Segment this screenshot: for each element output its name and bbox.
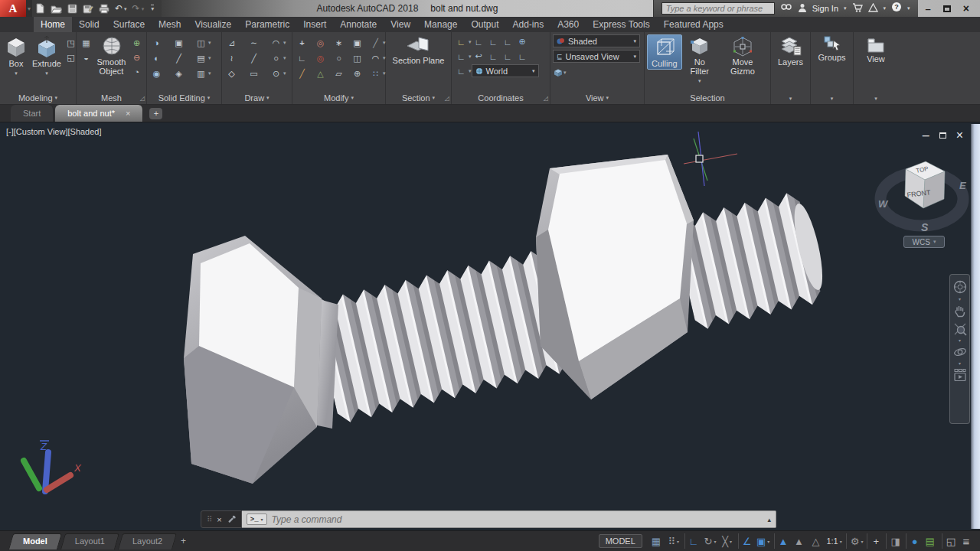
intersect-icon[interactable]: ◉ — [149, 67, 172, 80]
smooth-object-button[interactable]: Smooth Object — [93, 34, 129, 77]
circle-icon[interactable]: ○▾ — [269, 51, 291, 65]
tab-manage[interactable]: Manage — [417, 17, 464, 32]
customize-wrench-icon[interactable] — [227, 515, 236, 524]
ucs-zdir-icon[interactable]: ∟ — [501, 50, 515, 64]
slice-icon[interactable]: ╱ — [172, 51, 194, 65]
redo-icon[interactable]: ↷▾ — [132, 4, 145, 13]
annotation-scale-icon[interactable]: △ — [808, 533, 825, 549]
undo-icon[interactable]: ↶▾ — [115, 4, 127, 13]
3d-align-icon[interactable]: ∟ — [295, 51, 313, 65]
viewport-config-button[interactable]: ▾ — [553, 66, 567, 80]
viewcube-east-label[interactable]: E — [959, 180, 966, 191]
separate-icon[interactable]: ▥▾ — [194, 67, 216, 80]
smooth-refine-icon[interactable]: ◔ — [129, 66, 144, 78]
wcs-dropdown[interactable]: WCS▾ — [903, 236, 945, 248]
spline-fit-icon[interactable]: ∼ — [247, 36, 269, 50]
tab-surface[interactable]: Surface — [106, 17, 152, 32]
union-icon[interactable]: ◑ — [149, 36, 172, 50]
axis-icon[interactable]: △ — [313, 67, 332, 80]
help-caret-icon[interactable]: ▾ — [907, 5, 910, 11]
zoom-menu-caret-icon[interactable]: ▾ — [959, 338, 961, 343]
app-logo-icon[interactable]: A — [0, 0, 26, 17]
smooth-more-icon[interactable]: ⊕ — [129, 37, 144, 49]
isolate-objects-icon[interactable]: ◨ — [886, 533, 903, 549]
measure-icon[interactable]: ╱▾ — [368, 36, 387, 50]
scale-icon[interactable]: ▱ — [332, 67, 350, 80]
ucs-origin-icon[interactable]: ∟ — [501, 35, 515, 49]
file-tab-start[interactable]: Start — [11, 105, 54, 122]
brush-icon[interactable]: ╱ — [295, 67, 313, 80]
annotation-visibility-icon[interactable]: ▲ — [774, 533, 792, 549]
zoom-icon[interactable] — [952, 321, 968, 337]
new-layout-button[interactable]: + — [181, 536, 186, 546]
view-tools-expand[interactable]: ▾ — [874, 93, 877, 104]
layout-tab-layout2[interactable]: Layout2 — [120, 533, 175, 549]
navigation-wheel-icon[interactable] — [952, 279, 968, 295]
coordinates-launcher-icon[interactable]: ◿ — [544, 95, 548, 102]
signin-person-icon[interactable] — [798, 2, 807, 15]
ucs-world-icon[interactable]: ⊕ — [515, 35, 530, 49]
showmotion-icon[interactable] — [952, 367, 968, 383]
arc-icon[interactable]: ◠▾ — [269, 36, 291, 50]
draw-panel-label[interactable]: Draw▾ — [224, 92, 289, 104]
restore-button[interactable] — [943, 5, 951, 12]
mesh-launcher-icon[interactable]: ◿ — [140, 95, 145, 102]
tab-add-ins[interactable]: Add-ins — [506, 17, 551, 32]
drag-grip-icon[interactable]: ⠿ — [207, 515, 212, 523]
named-view-dropdown[interactable]: ⊑ Unsaved View ▾ — [553, 50, 640, 63]
solid-editing-panel-label[interactable]: Solid Editing▾ — [149, 92, 219, 104]
annotation-monitor-icon[interactable]: + — [867, 533, 884, 549]
wheel-menu-caret-icon[interactable]: ▾ — [959, 297, 961, 302]
tab-mesh[interactable]: Mesh — [152, 17, 188, 32]
signin-label[interactable]: Sign In — [812, 4, 838, 13]
layout-tab-model[interactable]: Model — [11, 533, 60, 549]
command-close-icon[interactable]: × — [217, 515, 221, 524]
tab-view[interactable]: View — [384, 17, 417, 32]
selection-panel-label[interactable]: Selection — [647, 92, 768, 104]
command-input[interactable]: >_▾ Type a command ▴ — [242, 510, 776, 528]
a360-caret-icon[interactable]: ▾ — [884, 5, 887, 11]
ucs-3point-icon[interactable]: ∟ — [515, 50, 530, 64]
section-plane-button[interactable]: Section Plane — [390, 34, 447, 66]
drawing-minimize-button[interactable]: – — [923, 129, 929, 142]
grid-icon[interactable]: ▦ — [648, 533, 665, 549]
annotation-scale-value[interactable]: 1:1▾ — [825, 533, 843, 549]
groups-expand[interactable]: ▾ — [831, 93, 834, 104]
a360-icon[interactable] — [868, 2, 878, 15]
tab-output[interactable]: Output — [464, 17, 505, 32]
view-panel-label[interactable]: View▾ — [553, 92, 642, 104]
help-icon[interactable]: ? — [891, 2, 902, 15]
section-panel-label[interactable]: Section▾ — [388, 92, 449, 104]
rectangle-icon[interactable]: ▭ — [247, 67, 269, 80]
clean-screen-icon[interactable]: ◱ — [942, 533, 959, 549]
move-icon[interactable]: + — [295, 36, 313, 50]
ucs-named-icon[interactable]: ∟ — [472, 35, 486, 49]
file-tab-active[interactable]: bolt and nut* × — [55, 105, 143, 122]
polygon-icon[interactable]: ◇ — [224, 67, 247, 80]
hardware-acceleration-icon[interactable]: ● — [906, 533, 923, 549]
tab-a360[interactable]: A360 — [550, 17, 586, 32]
model-space-button[interactable]: MODEL — [599, 534, 642, 548]
move-gizmo-button[interactable]: Move Gizmo — [717, 34, 768, 77]
fillet-icon[interactable]: ◠▾ — [368, 51, 387, 65]
box-button[interactable]: Box ▾ — [2, 34, 30, 79]
layout-tab-layout1[interactable]: Layout1 — [63, 533, 117, 549]
ucs-icon[interactable]: ∟▾ — [454, 35, 472, 49]
viewcube-west-label[interactable]: W — [878, 198, 889, 210]
polyline-icon[interactable]: ⊿ — [224, 36, 247, 50]
modeling-panel-label[interactable]: Modeling▾ — [2, 92, 74, 104]
tab-express-tools[interactable]: Express Tools — [586, 17, 656, 32]
thicken-icon[interactable]: ◈ — [172, 67, 194, 80]
customization-icon[interactable]: ≡ — [959, 533, 975, 549]
snap-icon[interactable]: ⠿▾ — [665, 533, 682, 549]
subtract-icon[interactable]: ◐ — [149, 51, 172, 65]
signin-caret-icon[interactable]: ▾ — [844, 5, 847, 11]
ucs-dropdown[interactable]: World ▾ — [472, 64, 539, 77]
viewcube-south-label[interactable]: S — [921, 221, 929, 233]
copy-icon[interactable]: ▣ — [350, 36, 368, 50]
panel-layers[interactable]: Layers ▾ — [771, 32, 811, 104]
plot-icon[interactable] — [99, 4, 109, 14]
autoscale-icon[interactable]: ▲ — [791, 533, 808, 549]
minimize-button[interactable]: – — [926, 3, 931, 15]
new-file-icon[interactable] — [35, 3, 45, 14]
